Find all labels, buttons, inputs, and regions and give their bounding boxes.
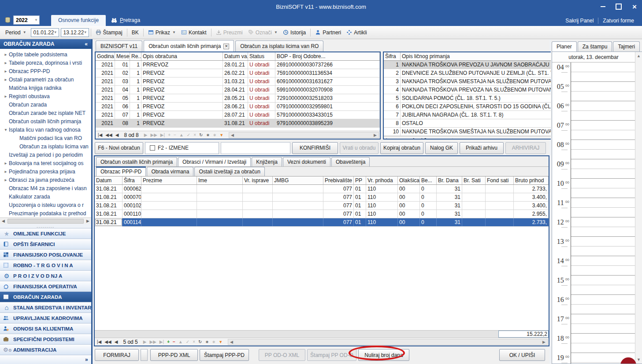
column-header[interactable]: Status — [248, 52, 275, 60]
checkbox-icon[interactable] — [150, 145, 155, 151]
planner-time-slot[interactable] — [571, 121, 635, 140]
tree-expand-icon[interactable]: ▾ — [3, 127, 9, 132]
planner-time-slot[interactable] — [571, 237, 635, 256]
nav-filter-icon[interactable]: ▼ — [217, 340, 224, 344]
table-row[interactable]: 2021041PREVOZ28.04.21U obradi59910000000… — [96, 86, 380, 94]
nav-edit-icon[interactable]: ▲ — [177, 339, 184, 344]
nav-filter-icon[interactable]: ▼ — [506, 138, 513, 140]
nav-bookmark-icon[interactable]: ∗ — [204, 339, 210, 344]
nav-prev-icon[interactable]: ◀ — [402, 138, 408, 140]
nav-cancel-icon[interactable]: × — [192, 132, 197, 137]
nav-refresh-icon[interactable]: ↻ — [197, 339, 203, 344]
tree-item-kalkulator-zarada[interactable]: Kalkulator zarada — [0, 192, 91, 201]
nav-prev-icon[interactable]: ◀ — [113, 339, 119, 344]
planner-time-slot[interactable] — [571, 63, 635, 82]
nav-prev-icon[interactable]: ◀◀ — [392, 138, 401, 140]
column-header[interactable]: BOP - Broj Odobre... — [275, 52, 380, 60]
tree-item-obra-un-ostalih-li-nih-primanja[interactable]: Obračun ostalih ličnih primanja — [0, 117, 91, 125]
section-obračun-zarada[interactable]: OBRAČUN ZARADA — [0, 291, 91, 302]
tab-obrazac-ppp-pd[interactable]: Obrazac PPP-PD — [96, 167, 146, 176]
column-header[interactable]: Šifra — [122, 176, 141, 184]
nav-next-icon[interactable]: ▶| — [158, 339, 165, 344]
tree-item-preuzimanje-podataka-iz-prethod[interactable]: Preuzimanje podataka iz prethod — [0, 209, 91, 217]
nav-filter-icon[interactable]: ▼ — [218, 133, 225, 137]
toolbar-button-preuzmi[interactable]: Preuzmi — [213, 28, 245, 37]
document-tab-obra-un-ostalih-li-nih-primanja[interactable]: Obračun ostalih ličnih primanja✕ — [144, 40, 234, 51]
table-row[interactable]: 31.08.2100010207701110000313.400, — [95, 202, 549, 210]
column-header[interactable]: Vr. prihoda — [366, 176, 398, 184]
section-specifični-podsistemi[interactable]: SPECIFIČNI PODSISTEMI — [0, 334, 91, 344]
nav-delete-icon[interactable]: − — [172, 132, 178, 137]
planner-vertical-scrollbar[interactable]: ▲ ▼ — [635, 52, 642, 364]
nav-next-icon[interactable]: ▶| — [447, 138, 454, 140]
nav-cancel-icon[interactable]: × — [191, 339, 197, 344]
formiraj-button[interactable]: FORMIRAJ — [95, 349, 139, 361]
tab-obra-un-ostalih-li-nih-primanja[interactable]: Obračun ostalih ličnih primanja — [96, 157, 177, 166]
column-header[interactable]: Br. Dana — [437, 176, 462, 184]
section-stalna-sredstva-i-inventar[interactable]: ⌂STALNA SREDSTVA I INVENTAR — [0, 302, 91, 313]
column-header[interactable]: Datum va... — [223, 52, 248, 60]
section-robno-t-r-g-o-v-i-n-a[interactable]: ROBNO - T R G O V I N A — [0, 260, 91, 270]
nav-prev-icon[interactable]: ◀◀ — [104, 132, 113, 137]
nav-goto-bookmark-icon[interactable]: ∗ — [211, 339, 217, 344]
toolbar-button-kontakt[interactable]: Kontakt — [178, 28, 209, 37]
table-row[interactable]: 2021081PREVOZ31.08.21U obradi97910000000… — [96, 119, 380, 128]
column-header[interactable]: Be... — [420, 176, 437, 184]
tree-item-ostali-parametri-za-obra-un[interactable]: ▸Ostali parametri za obračun — [0, 75, 91, 84]
nav-prev-icon[interactable]: |◀ — [385, 138, 392, 140]
document-tab-obra-un-za-isplatu-licima-van-ro[interactable]: Obračun za isplatu licima van RO — [235, 40, 323, 51]
tree-item-obrazac-m4-za-zaposlene-i-vlasn[interactable]: Obrazac M4 za zaposlene i vlasn — [0, 184, 91, 192]
period-selector[interactable]: Period▼ — [3, 28, 29, 37]
document-tab-biznisoft-v11[interactable]: BIZNISOFT v11 — [96, 40, 142, 51]
scrollbar-thumb[interactable] — [7, 219, 84, 224]
column-header[interactable]: Mesec — [115, 52, 130, 60]
year-selector[interactable]: 2022▼ — [13, 15, 40, 25]
column-header[interactable]: Godina — [96, 52, 115, 60]
tree-item-upozorenja-o-isteku-ugovora-o-r[interactable]: Upozorenja o isteku ugovora o r — [0, 201, 91, 209]
column-header[interactable]: Br. Sati — [462, 176, 486, 184]
tree-item-pojedina-na-poreska-prijava[interactable]: ▸Pojedinačna poreska prijava — [0, 167, 91, 176]
table-row[interactable]: 31.08.2100006207701110000312.733, — [95, 185, 549, 193]
prikazi-arhivu-button[interactable]: Prikaži arhivu — [460, 142, 504, 154]
nav-bookmark-icon[interactable]: ∗ — [493, 138, 499, 140]
tree-item-obra-un-zarada[interactable]: Obračun zarada — [0, 100, 91, 109]
tree-item-obra-un-za-isplatu-licima-van[interactable]: Obračun za isplatu licima van — [0, 142, 91, 151]
scroll-left-icon[interactable]: ◀ — [0, 219, 7, 223]
scroll-right-icon[interactable]: ▶ — [85, 219, 91, 223]
planner-time-slot[interactable] — [571, 179, 635, 198]
column-header[interactable]: Re... — [130, 52, 141, 60]
planner-time-slot[interactable] — [571, 198, 635, 217]
table-row[interactable]: 31.08.2100011407701110000312.733, — [95, 218, 549, 227]
planner-time-slot[interactable] — [571, 159, 635, 179]
tree-item-op-te-tabele-podsistema[interactable]: ▸Opšte tabele podsistema — [0, 50, 91, 59]
f2-izmene-checkbox[interactable]: F2 - IZMENE — [145, 142, 219, 154]
table-row[interactable]: 2021011PRREVOZ28.01.21U obradi2691000000… — [96, 61, 380, 69]
tree-item-bolovanja-na-teret-socijalnog-os[interactable]: ▸Bolovanja na teret socijalnog os — [0, 159, 91, 167]
nav-next-icon[interactable]: ▶| — [159, 132, 166, 137]
overflow-icon[interactable]: »▼ — [85, 357, 89, 364]
new-obracun-button[interactable]: F6 - Novi obračun — [95, 142, 143, 154]
planner-time-slot[interactable] — [571, 140, 635, 159]
column-header[interactable]: Šifra — [384, 52, 401, 60]
nav-refresh-icon[interactable]: ↻ — [486, 138, 492, 140]
tab-knji-enja[interactable]: Knjiženja — [252, 157, 282, 166]
tab-obave-tenja[interactable]: Obaveštenja — [331, 157, 370, 166]
toolbar-button-istorija[interactable]: Istorija — [280, 28, 308, 37]
nav-next-icon[interactable]: ▶▶ — [148, 339, 157, 344]
column-header[interactable]: PP — [354, 176, 366, 184]
tree-expand-icon[interactable]: ▸ — [3, 52, 9, 57]
nav-prev-icon[interactable]: |◀ — [96, 132, 104, 137]
kopiraj-obracun-button[interactable]: Kopiraj obračun — [380, 142, 423, 154]
section-finansijsko-poslovanje[interactable]: FINANSIJSKO POSLOVANJE — [0, 249, 91, 260]
tree-item-mati-na-knjiga-radnika[interactable]: Matična knjiga radnika — [0, 84, 91, 92]
date-to-input[interactable]: 13.12.22▼ — [61, 28, 89, 37]
planner-time-slot[interactable] — [571, 101, 635, 121]
nav-next-icon[interactable]: ▶ — [143, 132, 149, 137]
tab-ostali-izve-taji-za-obra-un[interactable]: Ostali izveštaji za obračun — [194, 167, 264, 176]
planner-time-slot[interactable] — [571, 334, 635, 353]
scroll-left-icon[interactable]: ◀ — [229, 133, 236, 137]
vrati-u-obradu-button[interactable]: Vrati u obradu — [340, 142, 379, 154]
grid-horizontal-scrollbar[interactable]: ◀▶ — [229, 132, 379, 138]
date-from-input[interactable]: 01.01.22▼ — [31, 28, 59, 37]
nav-next-icon[interactable]: ▶▶ — [437, 138, 446, 140]
